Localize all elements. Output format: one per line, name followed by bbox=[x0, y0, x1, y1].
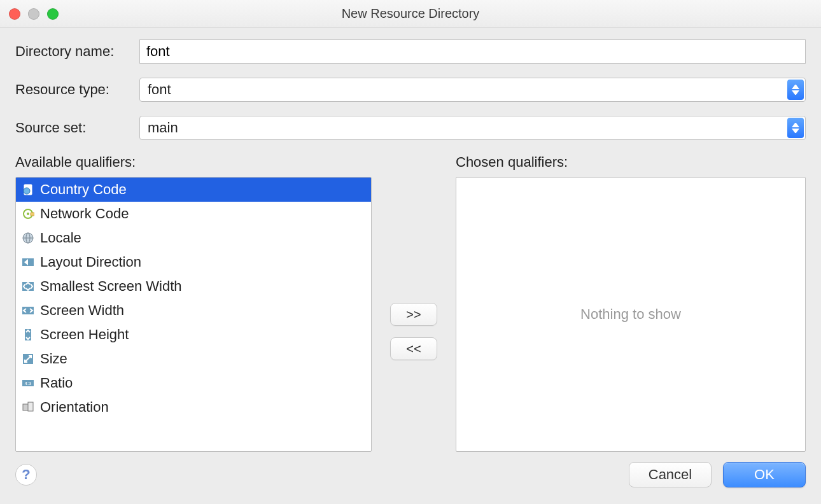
list-item-label: Screen Height bbox=[40, 326, 129, 343]
zoom-icon[interactable] bbox=[47, 8, 59, 20]
move-left-button[interactable]: << bbox=[390, 337, 437, 360]
svg-rect-22 bbox=[28, 402, 33, 411]
resource-type-value: font bbox=[140, 79, 179, 101]
list-item-label: Screen Width bbox=[40, 302, 124, 319]
titlebar: New Resource Directory bbox=[0, 0, 821, 28]
list-item-label: Layout Direction bbox=[40, 254, 141, 270]
list-item[interactable]: Size bbox=[16, 347, 371, 371]
svg-point-5 bbox=[24, 188, 30, 194]
qualifiers-section: Available qualifiers: Country CodeNetwor… bbox=[15, 154, 806, 452]
dialog-content: Directory name: Resource type: font Sour… bbox=[0, 28, 821, 452]
row-directory-name: Directory name: bbox=[15, 39, 806, 64]
ratio-icon: 4:3 bbox=[21, 376, 35, 390]
list-item[interactable]: Locale bbox=[16, 226, 371, 250]
chosen-qualifiers-label: Chosen qualifiers: bbox=[456, 154, 806, 171]
dialog-window: New Resource Directory Directory name: R… bbox=[0, 0, 821, 504]
help-icon: ? bbox=[22, 466, 30, 483]
svg-point-7 bbox=[27, 213, 29, 215]
screen-width-icon bbox=[21, 304, 35, 318]
list-item-label: Orientation bbox=[40, 399, 109, 416]
available-qualifiers-list[interactable]: Country CodeNetwork CodeLocaleLayout Dir… bbox=[15, 177, 372, 452]
list-item-label: Ratio bbox=[40, 375, 73, 391]
move-buttons-col: >> << bbox=[386, 154, 442, 452]
resource-type-select[interactable]: font bbox=[139, 78, 806, 102]
window-title: New Resource Directory bbox=[0, 6, 821, 21]
ok-button[interactable]: OK bbox=[723, 462, 806, 487]
help-button[interactable]: ? bbox=[15, 464, 37, 486]
network-code-icon bbox=[21, 207, 35, 221]
smallest-screen-width-icon bbox=[21, 279, 35, 293]
available-qualifiers-label: Available qualifiers: bbox=[15, 154, 372, 171]
minimize-icon[interactable] bbox=[28, 8, 39, 20]
screen-height-icon bbox=[21, 328, 35, 342]
svg-marker-2 bbox=[792, 123, 799, 127]
orientation-icon bbox=[21, 400, 35, 414]
chosen-qualifiers-list[interactable]: Nothing to show bbox=[456, 177, 806, 452]
row-resource-type: Resource type: font bbox=[15, 78, 806, 102]
list-item[interactable]: 4:3Ratio bbox=[16, 371, 371, 395]
list-item-label: Size bbox=[40, 351, 67, 367]
row-source-set: Source set: main bbox=[15, 116, 806, 140]
dropdown-stepper-icon bbox=[787, 80, 804, 100]
layout-direction-icon bbox=[21, 255, 35, 269]
list-item[interactable]: Screen Height bbox=[16, 323, 371, 347]
list-item[interactable]: Screen Width bbox=[16, 298, 371, 323]
list-item[interactable]: Country Code bbox=[16, 178, 371, 202]
list-item[interactable]: Smallest Screen Width bbox=[16, 274, 371, 298]
list-item[interactable]: Orientation bbox=[16, 395, 371, 419]
window-controls bbox=[9, 8, 59, 20]
resource-type-label: Resource type: bbox=[15, 81, 139, 98]
source-set-value: main bbox=[140, 117, 186, 139]
directory-name-label: Directory name: bbox=[15, 43, 139, 60]
source-set-select[interactable]: main bbox=[139, 116, 806, 140]
close-icon[interactable] bbox=[9, 8, 20, 20]
source-set-label: Source set: bbox=[15, 120, 139, 136]
locale-icon bbox=[21, 231, 35, 245]
svg-text:4:3: 4:3 bbox=[24, 381, 32, 386]
list-item-label: Locale bbox=[40, 230, 81, 246]
dialog-footer: ? Cancel OK bbox=[0, 452, 821, 504]
svg-marker-1 bbox=[792, 90, 799, 95]
dropdown-stepper-icon bbox=[787, 118, 804, 138]
list-item[interactable]: Network Code bbox=[16, 202, 371, 226]
available-qualifiers-col: Available qualifiers: Country CodeNetwor… bbox=[15, 154, 372, 452]
svg-marker-0 bbox=[792, 85, 799, 89]
svg-rect-8 bbox=[31, 213, 34, 216]
directory-name-input[interactable] bbox=[139, 39, 806, 64]
country-code-icon bbox=[21, 183, 35, 197]
list-item-label: Network Code bbox=[40, 206, 129, 222]
cancel-button[interactable]: Cancel bbox=[629, 462, 712, 487]
svg-marker-3 bbox=[792, 129, 799, 133]
chosen-qualifiers-col: Chosen qualifiers: Nothing to show bbox=[456, 154, 806, 452]
size-icon bbox=[21, 352, 35, 366]
chosen-empty-text: Nothing to show bbox=[580, 306, 681, 323]
list-item-label: Country Code bbox=[40, 181, 127, 198]
list-item[interactable]: Layout Direction bbox=[16, 250, 371, 274]
move-right-button[interactable]: >> bbox=[390, 303, 437, 326]
list-item-label: Smallest Screen Width bbox=[40, 278, 182, 295]
